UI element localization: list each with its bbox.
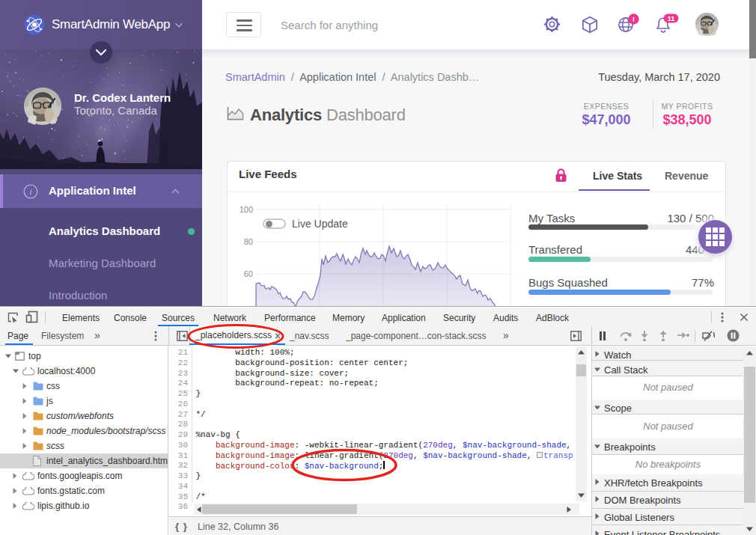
svg-text:i: i (29, 187, 31, 196)
svg-text:100: 100 (240, 205, 253, 214)
svg-text:!: ! (632, 16, 635, 23)
svg-text:11: 11 (668, 15, 675, 22)
svg-text:80: 80 (244, 237, 253, 246)
svg-text:60: 60 (244, 269, 253, 278)
